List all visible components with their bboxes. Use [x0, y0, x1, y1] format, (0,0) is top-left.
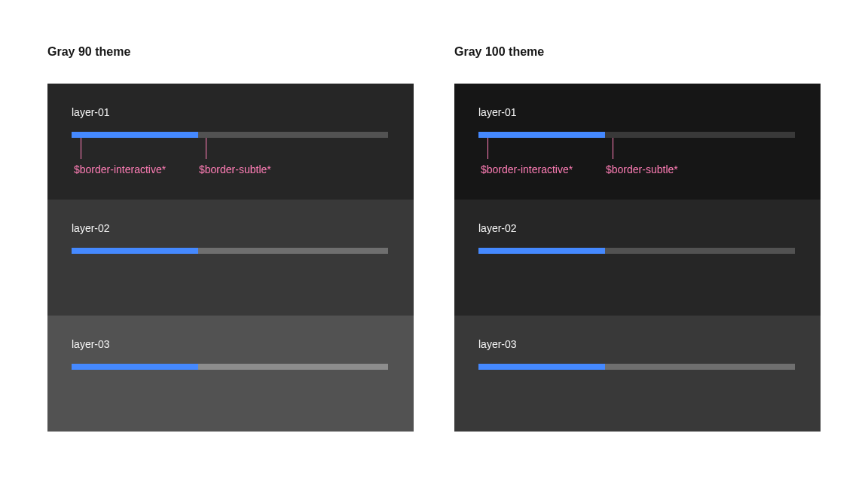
- progress-bar: $border-interactive* $border-subtle*: [478, 132, 795, 138]
- annotation-token-subtle: $border-subtle*: [199, 163, 271, 175]
- layer-label: layer-03: [72, 338, 390, 350]
- annotation-token-interactive: $border-interactive*: [481, 163, 573, 175]
- annotation-line: [613, 138, 613, 159]
- annotation-token-interactive: $border-interactive*: [74, 163, 166, 175]
- progress-bar: $border-interactive* $border-subtle*: [72, 132, 388, 138]
- theme-column-gray-100: Gray 100 theme layer-01 $border-interact…: [454, 45, 821, 432]
- progress-fill: [478, 364, 605, 370]
- canvas: Gray 90 theme layer-01 $border-interacti…: [0, 0, 868, 488]
- progress-fill: [478, 248, 605, 254]
- layer-label: layer-01: [72, 106, 390, 118]
- layer-01-section: layer-01 $border-interactive* $border-su…: [454, 84, 821, 200]
- layer-02-section: layer-02: [454, 200, 821, 316]
- theme-panel-gray-90: layer-01 $border-interactive* $border-su…: [47, 84, 414, 432]
- theme-column-gray-90: Gray 90 theme layer-01 $border-interacti…: [47, 45, 414, 432]
- layer-01-section: layer-01 $border-interactive* $border-su…: [47, 84, 414, 200]
- theme-heading: Gray 90 theme: [47, 45, 414, 59]
- layer-03-section: layer-03: [47, 316, 414, 432]
- progress-bar: [72, 364, 388, 370]
- layer-label: layer-03: [478, 338, 796, 350]
- progress-fill: [478, 132, 605, 138]
- annotation-line: [81, 138, 81, 159]
- progress-bar: [72, 248, 388, 254]
- progress-fill: [72, 248, 198, 254]
- progress-bar: [478, 364, 795, 370]
- layer-label: layer-02: [478, 222, 796, 234]
- annotation-line: [206, 138, 206, 159]
- progress-bar: [478, 248, 795, 254]
- progress-fill: [72, 132, 198, 138]
- layer-label: layer-01: [478, 106, 796, 118]
- annotation-token-subtle: $border-subtle*: [606, 163, 678, 175]
- layer-03-section: layer-03: [454, 316, 821, 432]
- layer-label: layer-02: [72, 222, 390, 234]
- layer-02-section: layer-02: [47, 200, 414, 316]
- theme-panel-gray-100: layer-01 $border-interactive* $border-su…: [454, 84, 821, 432]
- annotation-line: [487, 138, 488, 159]
- theme-heading: Gray 100 theme: [454, 45, 821, 59]
- progress-fill: [72, 364, 198, 370]
